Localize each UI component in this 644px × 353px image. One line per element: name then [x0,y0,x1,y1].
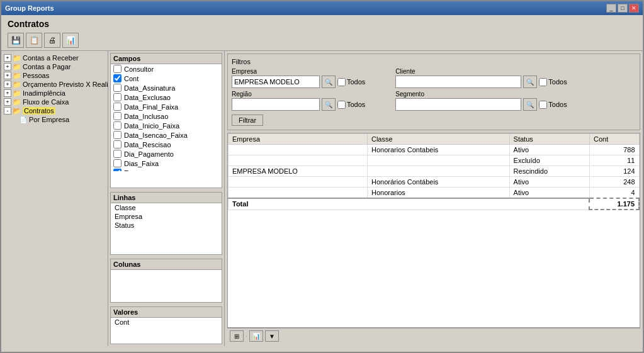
filter-segmento-input[interactable] [395,98,521,111]
linhas-item-empresa: Empresa [111,212,222,221]
filter-empresa-group: Empresa 🔍 Todos [232,68,365,88]
table-total-row: Total 1.175 [229,198,640,210]
tree-item-contas-pagar[interactable]: + 📁 Contas a Pagar [1,62,108,71]
campo-data-exclusao-check[interactable] [113,93,121,101]
chart-button[interactable]: 📊 [249,330,263,342]
print-button[interactable]: 🖨 [44,33,60,48]
cell-cont: 4 [589,188,639,199]
tree-label: Fluxo de Caixa [23,98,69,106]
doc-icon: 📄 [19,116,28,123]
campos-header: Campos [111,53,222,64]
tree-item-pessoas[interactable]: + 📁 Pessoas [1,71,108,80]
cell-status: Ativo [509,145,589,155]
colunas-header: Colunas [111,259,222,270]
expand-icon[interactable]: + [4,81,11,88]
separator: · [246,332,247,340]
filter-cliente-search-btn[interactable]: 🔍 [523,76,537,88]
filter-segmento-todos-check[interactable] [539,101,547,109]
expand-icon[interactable]: + [4,72,11,79]
campos-section: Campos Consultor Cont Data_Assinatura Da… [110,53,222,188]
campo-cont-check[interactable] [113,74,121,82]
expand-icon[interactable]: - [4,107,11,115]
campo-data-inicio-faixa[interactable]: Data_Inicio_Faixa [111,121,222,130]
cell-cont: 11 [589,155,639,166]
cell-classe: Honorários Contábeis [367,177,509,188]
expand-icon[interactable]: + [4,63,11,70]
save-button[interactable]: 💾 [8,33,24,48]
campo-dia-pagamento[interactable]: Dia_Pagamento [111,149,222,159]
minimize-button[interactable]: _ [606,4,616,13]
filter-segmento-search-btn[interactable]: 🔍 [523,98,537,111]
tree-item-fluxo-caixa[interactable]: + 📁 Fluxo de Caixa [1,98,108,106]
campo-dias-faixa[interactable]: Dias_Faixa [111,159,222,168]
bottom-toolbar: ⊞ · 📊 ▼ [227,328,640,344]
filtrar-row: Filtrar [232,113,636,126]
filter-regiao-todos-check[interactable] [337,101,346,109]
total-cont: 1.175 [589,198,639,210]
table-view-button[interactable]: ⊞ [230,330,244,342]
filter-regiao-search-btn[interactable]: 🔍 [322,98,336,111]
right-panel: Filtros Empresa 🔍 Todos [225,51,643,346]
expand-icon[interactable]: + [4,54,11,62]
campo-data-assinatura[interactable]: Data_Assinatura [111,83,222,92]
tree-item-por-empresa[interactable]: 📄 Por Empresa [1,115,108,124]
campo-dia-pagamento-check[interactable] [113,150,121,158]
campo-data-final-faixa[interactable]: Data_Final_Faixa [111,102,222,111]
campo-data-exclusao[interactable]: Data_Exclusao [111,92,222,102]
copy-button[interactable]: 📋 [26,33,42,48]
campo-data-isencao-faixa[interactable]: Data_Isencao_Faixa [111,130,222,140]
folder-icon: 📁 [13,54,21,62]
export-button[interactable]: 📊 [62,33,79,48]
filtrar-button[interactable]: Filtrar [232,115,263,126]
filters-area: Filtros Empresa 🔍 Todos [227,53,640,130]
campo-dias-faixa-check[interactable] [113,159,121,167]
campo-data-rescisao-check[interactable] [113,140,121,148]
filter-empresa-todos-check[interactable] [337,78,346,86]
colunas-section: Colunas [110,259,222,303]
tree-label: Contas a Pagar [23,63,71,70]
filter-empresa-input[interactable] [232,76,320,88]
campo-consultor-check[interactable] [113,65,121,73]
tree-item-contas-receber[interactable]: + 📁 Contas a Receber [1,53,108,62]
maximize-button[interactable]: □ [618,4,628,13]
campo-data-rescisao[interactable]: Data_Rescisao [111,140,222,149]
campo-data-inclusao-check[interactable] [113,112,121,120]
campo-cont[interactable]: Cont [111,74,222,83]
filter-empresa-input-row: 🔍 Todos [232,76,365,88]
campo-data-assinatura-check[interactable] [113,84,121,92]
campo-consultor[interactable]: Consultor [111,64,222,74]
filter-empresa-todos: Todos [337,78,365,86]
campo-data-inicio-faixa-check[interactable] [113,121,121,130]
col-status: Status [509,134,589,145]
close-button[interactable]: ✕ [629,4,639,13]
campo-data-inclusao[interactable]: Data_Inclusao [111,111,222,121]
filter-row-bottom: Região 🔍 Todos Segmento [232,91,636,111]
folder-icon: 📁 [13,81,21,88]
valores-header: Valores [111,307,222,318]
dropdown-button[interactable]: ▼ [265,330,279,342]
tree-label: Contas a Receber [23,54,79,62]
expand-icon[interactable]: + [4,89,11,97]
filter-cliente-todos-check[interactable] [539,78,547,86]
filter-segmento-group: Segmento 🔍 Todos [395,91,567,111]
tree-item-contratos[interactable]: - 📂 Contratos [1,106,108,115]
col-classe: Classe [367,134,509,145]
campo-empresa-check[interactable] [113,169,121,171]
tree-item-orcamento[interactable]: + 📁 Orçamento Previsto X Realizado [1,80,108,89]
tree-item-inadimplencia[interactable]: + 📁 Inadimplência [1,89,108,98]
linhas-item-status: Status [111,221,222,230]
folder-icon: 📁 [13,72,21,79]
content-area: + 📁 Contas a Receber + 📁 Contas a Pagar … [1,51,643,346]
filter-regiao-label: Região [232,91,365,98]
filter-empresa-search-btn[interactable]: 🔍 [322,76,336,88]
campo-data-isencao-faixa-check[interactable] [113,131,121,139]
campo-empresa[interactable]: Empresa [111,168,222,171]
data-table-area: Empresa Classe Status Cont Honorarios Co… [227,133,640,328]
campo-data-final-faixa-check[interactable] [113,103,121,111]
middle-panel: Campos Consultor Cont Data_Assinatura Da… [108,51,225,346]
filter-row-top: Empresa 🔍 Todos Cliente [232,68,636,88]
filter-cliente-input[interactable] [395,76,521,88]
filter-regiao-input[interactable] [232,98,320,111]
folder-icon: 📁 [13,89,21,97]
expand-icon[interactable]: + [4,98,11,106]
